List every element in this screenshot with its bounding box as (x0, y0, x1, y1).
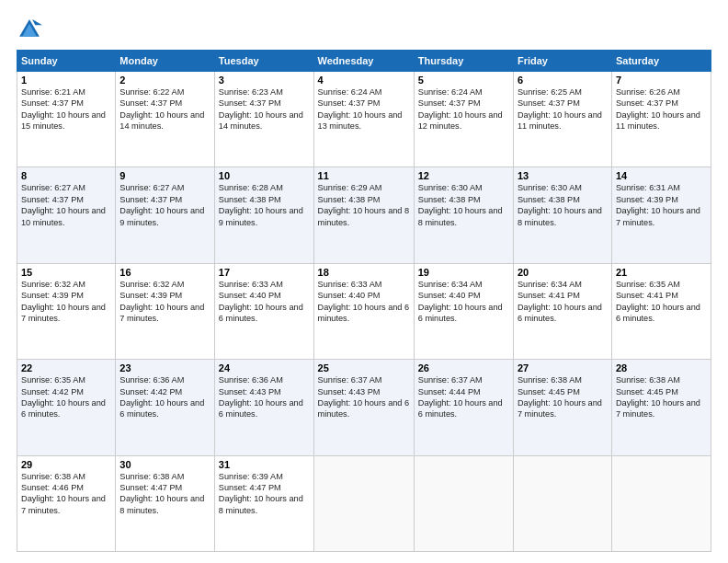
day-info: Sunrise: 6:35 AMSunset: 4:41 PMDaylight:… (616, 280, 700, 323)
day-info: Sunrise: 6:37 AMSunset: 4:43 PMDaylight:… (318, 375, 410, 419)
day-info: Sunrise: 6:33 AMSunset: 4:40 PMDaylight:… (219, 280, 303, 323)
table-row: 10 Sunrise: 6:28 AMSunset: 4:38 PMDaylig… (214, 167, 313, 263)
day-number: 2 (119, 75, 210, 86)
day-number: 29 (21, 459, 111, 470)
table-row: 22 Sunrise: 6:35 AMSunset: 4:42 PMDaylig… (17, 360, 116, 455)
table-row: 28 Sunrise: 6:38 AMSunset: 4:45 PMDaylig… (611, 360, 711, 455)
day-number: 1 (21, 75, 111, 86)
day-number: 7 (616, 75, 707, 86)
day-number: 16 (119, 267, 210, 278)
table-row (611, 455, 711, 551)
calendar-header-row: Sunday Monday Tuesday Wednesday Thursday… (17, 51, 711, 72)
day-info: Sunrise: 6:39 AMSunset: 4:47 PMDaylight:… (219, 472, 303, 515)
day-number: 9 (119, 170, 210, 181)
table-row: 24 Sunrise: 6:36 AMSunset: 4:43 PMDaylig… (214, 360, 313, 455)
day-number: 20 (518, 267, 608, 278)
table-row: 2 Sunrise: 6:22 AMSunset: 4:37 PMDayligh… (116, 72, 215, 167)
day-number: 15 (21, 267, 111, 278)
calendar-week-row: 22 Sunrise: 6:35 AMSunset: 4:42 PMDaylig… (17, 360, 711, 455)
day-number: 4 (318, 75, 410, 86)
day-number: 13 (518, 170, 608, 181)
day-info: Sunrise: 6:25 AMSunset: 4:37 PMDaylight:… (518, 87, 602, 131)
day-info: Sunrise: 6:31 AMSunset: 4:39 PMDaylight:… (616, 183, 700, 226)
day-number: 18 (318, 267, 410, 278)
table-row: 9 Sunrise: 6:27 AMSunset: 4:37 PMDayligh… (116, 167, 215, 263)
calendar-week-row: 29 Sunrise: 6:38 AMSunset: 4:46 PMDaylig… (17, 455, 711, 551)
table-row: 11 Sunrise: 6:29 AMSunset: 4:38 PMDaylig… (313, 167, 414, 263)
day-info: Sunrise: 6:35 AMSunset: 4:42 PMDaylight:… (21, 375, 106, 419)
day-info: Sunrise: 6:22 AMSunset: 4:37 PMDaylight:… (119, 87, 204, 131)
day-number: 5 (418, 75, 509, 86)
table-row: 8 Sunrise: 6:27 AMSunset: 4:37 PMDayligh… (17, 167, 116, 263)
table-row: 13 Sunrise: 6:30 AMSunset: 4:38 PMDaylig… (513, 167, 611, 263)
table-row: 14 Sunrise: 6:31 AMSunset: 4:39 PMDaylig… (611, 167, 711, 263)
col-wednesday: Wednesday (313, 51, 414, 72)
table-row (513, 455, 611, 551)
day-info: Sunrise: 6:34 AMSunset: 4:40 PMDaylight:… (418, 280, 503, 323)
table-row: 27 Sunrise: 6:38 AMSunset: 4:45 PMDaylig… (513, 360, 611, 455)
day-number: 28 (616, 362, 707, 373)
table-row (313, 455, 414, 551)
day-info: Sunrise: 6:30 AMSunset: 4:38 PMDaylight:… (518, 183, 602, 226)
day-info: Sunrise: 6:24 AMSunset: 4:37 PMDaylight:… (318, 87, 403, 131)
day-info: Sunrise: 6:36 AMSunset: 4:43 PMDaylight:… (219, 375, 303, 419)
day-info: Sunrise: 6:36 AMSunset: 4:42 PMDaylight:… (119, 375, 204, 419)
calendar-table: Sunday Monday Tuesday Wednesday Thursday… (17, 50, 711, 552)
table-row: 18 Sunrise: 6:33 AMSunset: 4:40 PMDaylig… (313, 263, 414, 359)
day-info: Sunrise: 6:29 AMSunset: 4:38 PMDaylight:… (318, 183, 410, 226)
day-number: 14 (616, 170, 707, 181)
day-number: 21 (616, 267, 707, 278)
table-row: 1 Sunrise: 6:21 AMSunset: 4:37 PMDayligh… (17, 72, 116, 167)
table-row: 23 Sunrise: 6:36 AMSunset: 4:42 PMDaylig… (116, 360, 215, 455)
logo-icon (17, 17, 42, 42)
day-info: Sunrise: 6:38 AMSunset: 4:46 PMDaylight:… (21, 472, 106, 515)
day-number: 12 (418, 170, 509, 181)
day-number: 22 (21, 362, 111, 373)
col-sunday: Sunday (17, 51, 116, 72)
table-row (414, 455, 513, 551)
table-row: 3 Sunrise: 6:23 AMSunset: 4:37 PMDayligh… (214, 72, 313, 167)
col-tuesday: Tuesday (214, 51, 313, 72)
day-number: 8 (21, 170, 111, 181)
table-row: 15 Sunrise: 6:32 AMSunset: 4:39 PMDaylig… (17, 263, 116, 359)
day-info: Sunrise: 6:33 AMSunset: 4:40 PMDaylight:… (318, 280, 410, 323)
table-row: 5 Sunrise: 6:24 AMSunset: 4:37 PMDayligh… (414, 72, 513, 167)
table-row: 7 Sunrise: 6:26 AMSunset: 4:37 PMDayligh… (611, 72, 711, 167)
day-info: Sunrise: 6:28 AMSunset: 4:38 PMDaylight:… (219, 183, 303, 226)
table-row: 17 Sunrise: 6:33 AMSunset: 4:40 PMDaylig… (214, 263, 313, 359)
day-number: 23 (119, 362, 210, 373)
day-number: 24 (219, 362, 310, 373)
day-info: Sunrise: 6:26 AMSunset: 4:37 PMDaylight:… (616, 87, 700, 131)
day-info: Sunrise: 6:21 AMSunset: 4:37 PMDaylight:… (21, 87, 106, 131)
day-number: 6 (518, 75, 608, 86)
table-row: 20 Sunrise: 6:34 AMSunset: 4:41 PMDaylig… (513, 263, 611, 359)
table-row: 29 Sunrise: 6:38 AMSunset: 4:46 PMDaylig… (17, 455, 116, 551)
table-row: 25 Sunrise: 6:37 AMSunset: 4:43 PMDaylig… (313, 360, 414, 455)
calendar-week-row: 15 Sunrise: 6:32 AMSunset: 4:39 PMDaylig… (17, 263, 711, 359)
day-info: Sunrise: 6:34 AMSunset: 4:41 PMDaylight:… (518, 280, 602, 323)
day-info: Sunrise: 6:32 AMSunset: 4:39 PMDaylight:… (21, 280, 106, 323)
day-number: 11 (318, 170, 410, 181)
col-friday: Friday (513, 51, 611, 72)
calendar-week-row: 1 Sunrise: 6:21 AMSunset: 4:37 PMDayligh… (17, 72, 711, 167)
calendar-week-row: 8 Sunrise: 6:27 AMSunset: 4:37 PMDayligh… (17, 167, 711, 263)
table-row: 26 Sunrise: 6:37 AMSunset: 4:44 PMDaylig… (414, 360, 513, 455)
day-info: Sunrise: 6:38 AMSunset: 4:45 PMDaylight:… (616, 375, 700, 419)
day-number: 31 (219, 459, 310, 470)
logo (17, 17, 46, 42)
day-info: Sunrise: 6:27 AMSunset: 4:37 PMDaylight:… (119, 183, 204, 226)
day-info: Sunrise: 6:30 AMSunset: 4:38 PMDaylight:… (418, 183, 503, 226)
day-info: Sunrise: 6:38 AMSunset: 4:47 PMDaylight:… (119, 472, 204, 515)
table-row: 16 Sunrise: 6:32 AMSunset: 4:39 PMDaylig… (116, 263, 215, 359)
day-info: Sunrise: 6:23 AMSunset: 4:37 PMDaylight:… (219, 87, 303, 131)
day-number: 30 (119, 459, 210, 470)
page: Sunday Monday Tuesday Wednesday Thursday… (0, 0, 728, 563)
day-info: Sunrise: 6:32 AMSunset: 4:39 PMDaylight:… (119, 280, 204, 323)
svg-marker-2 (32, 19, 42, 25)
table-row: 21 Sunrise: 6:35 AMSunset: 4:41 PMDaylig… (611, 263, 711, 359)
col-thursday: Thursday (414, 51, 513, 72)
day-info: Sunrise: 6:37 AMSunset: 4:44 PMDaylight:… (418, 375, 503, 419)
table-row: 6 Sunrise: 6:25 AMSunset: 4:37 PMDayligh… (513, 72, 611, 167)
col-monday: Monday (116, 51, 215, 72)
day-number: 10 (219, 170, 310, 181)
